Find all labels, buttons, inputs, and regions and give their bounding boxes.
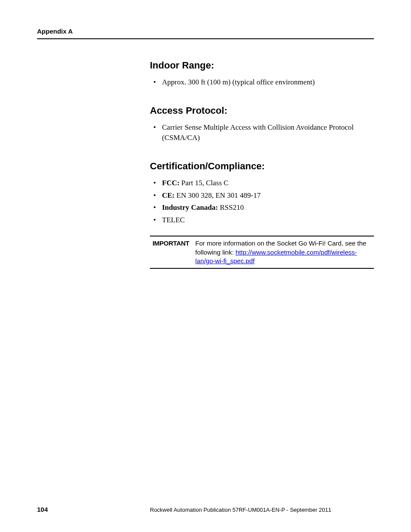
header-rule (37, 38, 374, 39)
important-label: IMPORTANT (150, 239, 195, 265)
item-text: Part 15, Class C (180, 179, 229, 187)
section-heading-certification: Certification/Compliance: (150, 161, 374, 172)
list-item: Approx. 300 ft (100 m) (typical office e… (162, 77, 374, 88)
item-text: Approx. 300 ft (100 m) (typical office e… (162, 78, 315, 86)
access-protocol-list: Carrier Sense Multiple Access with Colli… (150, 122, 374, 143)
page-number: 104 (37, 506, 150, 513)
list-item: Industry Canada: RSS210 (162, 202, 374, 213)
item-text: Carrier Sense Multiple Access with Colli… (162, 123, 354, 142)
footer: 104 Rockwell Automation Publication 57RF… (37, 506, 374, 513)
main-content: Indoor Range: Approx. 300 ft (100 m) (ty… (150, 60, 374, 269)
item-text: RSS210 (218, 203, 244, 212)
certification-list: FCC: Part 15, Class C CE: EN 300 328, EN… (150, 178, 374, 226)
list-item: Carrier Sense Multiple Access with Colli… (162, 122, 374, 143)
item-text: EN 300 328, EN 301 489-17 (174, 191, 261, 199)
section-heading-access-protocol: Access Protocol: (150, 105, 374, 116)
item-bold: Industry Canada: (162, 203, 218, 212)
important-text: For more information on the Socket Go Wi… (195, 239, 374, 265)
list-item: FCC: Part 15, Class C (162, 178, 374, 189)
important-box: IMPORTANT For more information on the So… (150, 236, 374, 269)
footer-text: Rockwell Automation Publication 57RF-UM0… (150, 507, 374, 513)
indoor-range-list: Approx. 300 ft (100 m) (typical office e… (150, 77, 374, 88)
item-bold: FCC: (162, 179, 180, 187)
section-heading-indoor-range: Indoor Range: (150, 60, 374, 71)
list-item: TELEC (162, 215, 374, 226)
item-bold: CE: (162, 191, 174, 199)
appendix-label: Appendix A (37, 28, 374, 35)
list-item: CE: EN 300 328, EN 301 489-17 (162, 190, 374, 201)
item-text: TELEC (162, 216, 185, 224)
